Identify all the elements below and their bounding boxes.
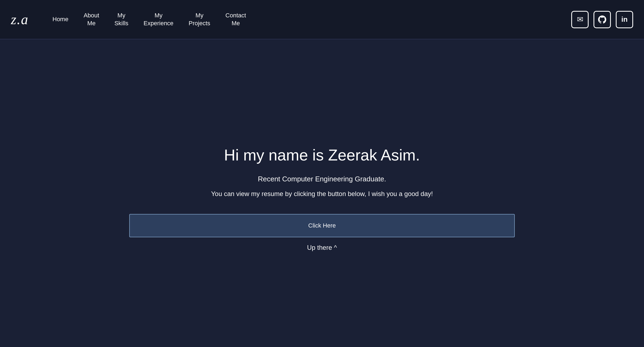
- hero-subtitle: Recent Computer Engineering Graduate.: [258, 175, 386, 183]
- hero-title: Hi my name is Zeerak Asim.: [224, 146, 420, 164]
- nav-link-skills[interactable]: MySkills: [107, 9, 136, 30]
- nav-link-experience[interactable]: MyExperience: [136, 9, 181, 30]
- github-icon-button[interactable]: [594, 11, 611, 28]
- main-content: Hi my name is Zeerak Asim. Recent Comput…: [0, 39, 644, 347]
- nav-icon-group: ✉ in: [571, 11, 633, 28]
- resume-button[interactable]: Click Here: [129, 214, 515, 237]
- nav-item-about[interactable]: AboutMe: [76, 9, 107, 30]
- nav-item-home[interactable]: Home: [45, 13, 76, 26]
- github-icon: [598, 15, 606, 24]
- hero-description: You can view my resume by clicking the b…: [211, 190, 433, 198]
- nav-link-contact[interactable]: ContactMe: [218, 9, 254, 30]
- up-there-link[interactable]: Up there ^: [307, 244, 337, 251]
- email-icon: ✉: [577, 15, 583, 24]
- nav-item-experience[interactable]: MyExperience: [136, 9, 181, 30]
- navbar: z.a Home AboutMe MySkills MyExperience M…: [0, 0, 644, 39]
- email-icon-button[interactable]: ✉: [571, 11, 589, 28]
- linkedin-icon: in: [621, 15, 627, 24]
- logo[interactable]: z.a: [11, 11, 29, 27]
- linkedin-icon-button[interactable]: in: [616, 11, 633, 28]
- nav-item-skills[interactable]: MySkills: [107, 9, 136, 30]
- nav-link-about[interactable]: AboutMe: [76, 9, 107, 30]
- nav-links: Home AboutMe MySkills MyExperience MyPro…: [45, 9, 571, 30]
- nav-item-contact[interactable]: ContactMe: [218, 9, 254, 30]
- nav-item-projects[interactable]: MyProjects: [181, 9, 218, 30]
- nav-link-home[interactable]: Home: [45, 13, 76, 26]
- nav-link-projects[interactable]: MyProjects: [181, 9, 218, 30]
